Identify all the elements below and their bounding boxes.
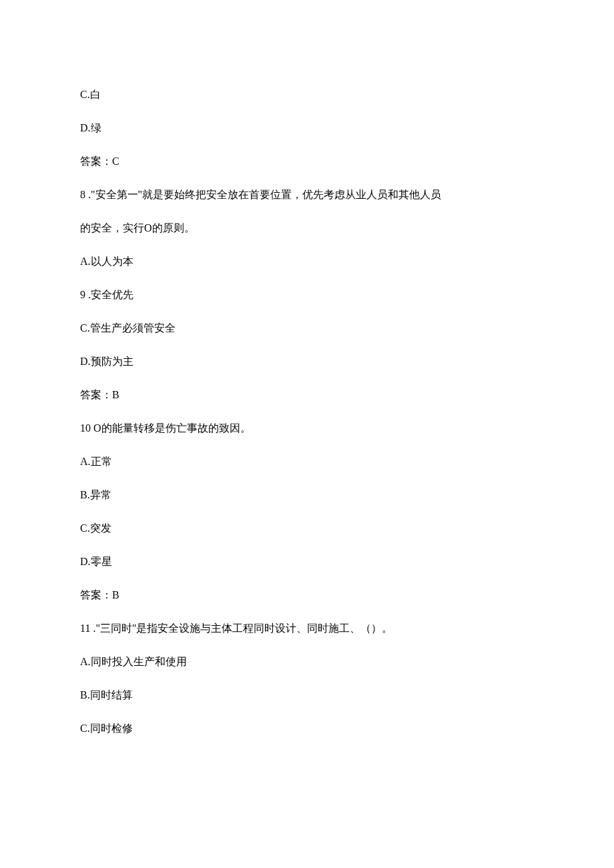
option-d: D.预防为主 <box>80 354 534 370</box>
answer-label: 答案：C <box>80 153 534 169</box>
option-a: A.同时投入生产和使用 <box>80 654 534 670</box>
answer-label: 答案：B <box>80 387 534 403</box>
option-c: C.突发 <box>80 520 534 536</box>
question-10-text: 10 O的能量转移是伤亡事故的致因。 <box>80 420 534 436</box>
option-d: D.零星 <box>80 554 534 570</box>
question-11-text: 11 ."三同时"是指安全设施与主体工程同时设计、同时施工、（）。 <box>80 620 534 636</box>
option-c: C.管生产必须管安全 <box>80 320 534 336</box>
option-9: 9 .安全优先 <box>80 287 534 303</box>
option-c: C.同时检修 <box>80 721 534 737</box>
option-d: D.绿 <box>80 120 534 136</box>
question-8-text: 8 ."安全第一"就是要始终把安全放在首要位置，优先考虑从业人员和其他人员 <box>80 187 534 203</box>
option-b: B.同时结算 <box>80 687 534 703</box>
answer-label: 答案：B <box>80 587 534 603</box>
question-8-cont: 的安全，实行O的原则。 <box>80 220 534 236</box>
option-a: A.以人为本 <box>80 254 534 270</box>
option-b: B.异常 <box>80 487 534 503</box>
option-c: C.白 <box>80 87 534 103</box>
option-a: A.正常 <box>80 454 534 470</box>
